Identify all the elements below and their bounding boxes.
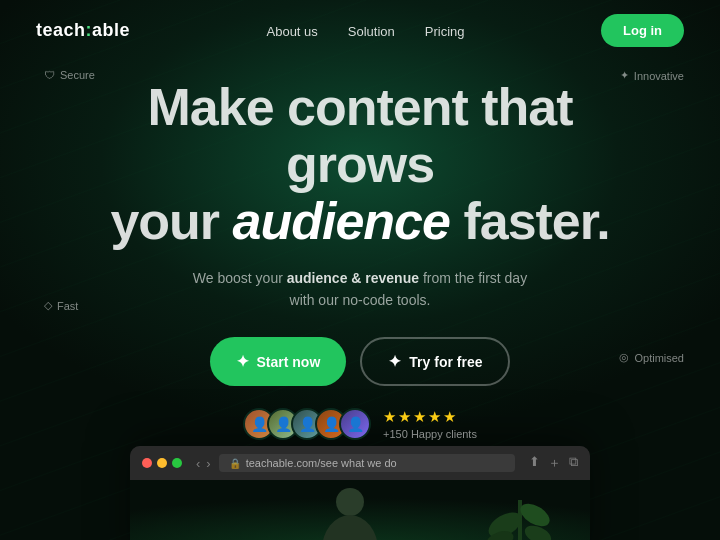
navbar: teach:able About us Solution Pricing Log… xyxy=(0,0,720,61)
nav-links: About us Solution Pricing xyxy=(267,22,465,40)
browser-nav: ‹ › xyxy=(196,456,211,471)
svg-point-5 xyxy=(336,488,364,516)
start-now-button[interactable]: ✦ Start now xyxy=(210,337,347,386)
social-proof: 👤 👤 👤 👤 👤 ★★★★★ +150 Happy clients xyxy=(243,408,477,440)
subtitle-bold: audience & revenue xyxy=(287,270,419,286)
maximize-dot[interactable] xyxy=(172,458,182,468)
hero-section: 🛡 Secure ✦ Innovative ◇ Fast ◎ Optimised… xyxy=(0,61,720,440)
url-text: teachable.com/see what we do xyxy=(246,457,397,469)
nav-solution[interactable]: Solution xyxy=(348,24,395,39)
share-icon[interactable]: ⬆ xyxy=(529,454,540,472)
browser-toolbar: ‹ › 🔒 teachable.com/see what we do ⬆ ＋ ⧉ xyxy=(130,446,590,480)
hero-title: Make content that grows your audience fa… xyxy=(80,79,640,251)
browser-actions: ⬆ ＋ ⧉ xyxy=(529,454,578,472)
stars: ★★★★★ xyxy=(383,408,477,426)
avatars: 👤 👤 👤 👤 👤 xyxy=(243,408,371,440)
avatar-5: 👤 xyxy=(339,408,371,440)
cta-buttons: ✦ Start now ✦ Try for free xyxy=(210,337,511,386)
hero-subtitle: We boost your audience & revenue from th… xyxy=(193,267,527,312)
try-label: Try for free xyxy=(409,354,482,370)
browser-mockup: ‹ › 🔒 teachable.com/see what we do ⬆ ＋ ⧉ xyxy=(130,446,590,540)
forward-button[interactable]: › xyxy=(206,456,210,471)
person-silhouette xyxy=(310,480,390,540)
browser-dots xyxy=(142,458,182,468)
subtitle-line2: with our no-code tools. xyxy=(290,292,431,308)
rating-info: ★★★★★ +150 Happy clients xyxy=(383,408,477,440)
close-dot[interactable] xyxy=(142,458,152,468)
new-tab-icon[interactable]: ＋ xyxy=(548,454,561,472)
hero-title-end: faster. xyxy=(463,192,609,250)
hero-title-line1: Make content that grows xyxy=(147,78,572,193)
try-sparkle-icon: ✦ xyxy=(388,352,401,371)
svg-point-6 xyxy=(322,515,378,540)
browser-url-bar[interactable]: 🔒 teachable.com/see what we do xyxy=(219,454,515,472)
clients-text: +150 Happy clients xyxy=(383,428,477,440)
browser-content-inner xyxy=(130,480,590,540)
hero-title-your: your xyxy=(110,192,232,250)
sparkle-icon: ✦ xyxy=(236,352,249,371)
nav-pricing[interactable]: Pricing xyxy=(425,24,465,39)
browser-content xyxy=(130,480,590,540)
back-button[interactable]: ‹ xyxy=(196,456,200,471)
minimize-dot[interactable] xyxy=(157,458,167,468)
start-label: Start now xyxy=(257,354,321,370)
hero-content: Make content that grows your audience fa… xyxy=(0,61,720,440)
plant-decoration xyxy=(480,480,560,540)
nav-about[interactable]: About us xyxy=(267,24,318,39)
lock-icon: 🔒 xyxy=(229,458,241,469)
try-free-button[interactable]: ✦ Try for free xyxy=(360,337,510,386)
logo-text: teach:able xyxy=(36,20,130,40)
tab-icon[interactable]: ⧉ xyxy=(569,454,578,472)
subtitle-plain2: from the first day xyxy=(419,270,527,286)
logo: teach:able xyxy=(36,20,130,41)
hero-title-highlight: audience xyxy=(233,192,450,250)
subtitle-plain1: We boost your xyxy=(193,270,287,286)
login-button[interactable]: Log in xyxy=(601,14,684,47)
